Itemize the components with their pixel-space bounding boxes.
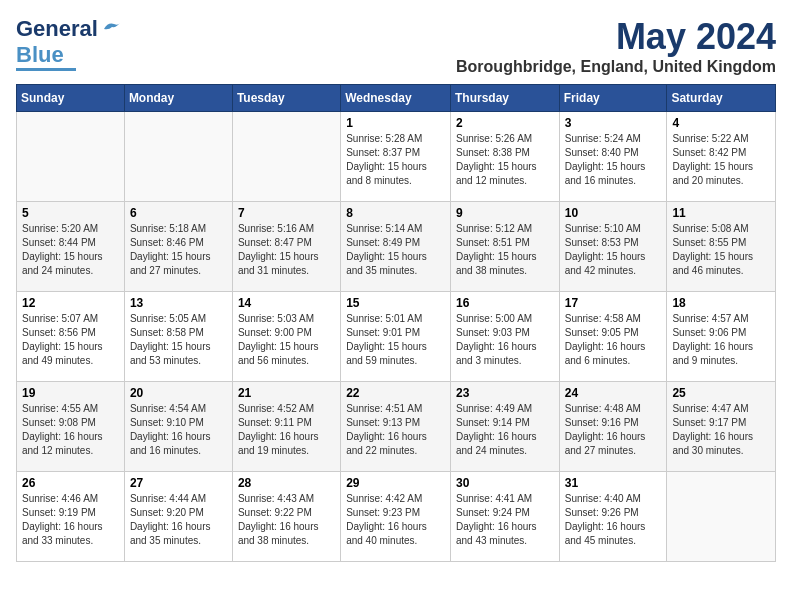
day-number: 23 bbox=[456, 386, 554, 400]
day-info: Sunrise: 5:08 AM Sunset: 8:55 PM Dayligh… bbox=[672, 222, 770, 278]
day-number: 26 bbox=[22, 476, 119, 490]
calendar-cell: 19Sunrise: 4:55 AM Sunset: 9:08 PM Dayli… bbox=[17, 382, 125, 472]
calendar-cell: 22Sunrise: 4:51 AM Sunset: 9:13 PM Dayli… bbox=[341, 382, 451, 472]
title-block: May 2024 Boroughbridge, England, United … bbox=[456, 16, 776, 76]
location-title: Boroughbridge, England, United Kingdom bbox=[456, 58, 776, 76]
calendar-cell: 21Sunrise: 4:52 AM Sunset: 9:11 PM Dayli… bbox=[232, 382, 340, 472]
day-info: Sunrise: 4:46 AM Sunset: 9:19 PM Dayligh… bbox=[22, 492, 119, 548]
calendar-week-row: 19Sunrise: 4:55 AM Sunset: 9:08 PM Dayli… bbox=[17, 382, 776, 472]
calendar-cell bbox=[17, 112, 125, 202]
calendar-cell bbox=[667, 472, 776, 562]
day-info: Sunrise: 5:03 AM Sunset: 9:00 PM Dayligh… bbox=[238, 312, 335, 368]
month-title: May 2024 bbox=[456, 16, 776, 58]
col-sunday: Sunday bbox=[17, 85, 125, 112]
day-info: Sunrise: 4:49 AM Sunset: 9:14 PM Dayligh… bbox=[456, 402, 554, 458]
col-thursday: Thursday bbox=[450, 85, 559, 112]
calendar-cell: 13Sunrise: 5:05 AM Sunset: 8:58 PM Dayli… bbox=[124, 292, 232, 382]
calendar-cell: 28Sunrise: 4:43 AM Sunset: 9:22 PM Dayli… bbox=[232, 472, 340, 562]
day-info: Sunrise: 5:00 AM Sunset: 9:03 PM Dayligh… bbox=[456, 312, 554, 368]
day-info: Sunrise: 4:51 AM Sunset: 9:13 PM Dayligh… bbox=[346, 402, 445, 458]
day-info: Sunrise: 5:10 AM Sunset: 8:53 PM Dayligh… bbox=[565, 222, 662, 278]
calendar-cell: 24Sunrise: 4:48 AM Sunset: 9:16 PM Dayli… bbox=[559, 382, 667, 472]
col-wednesday: Wednesday bbox=[341, 85, 451, 112]
calendar-cell bbox=[232, 112, 340, 202]
day-number: 28 bbox=[238, 476, 335, 490]
calendar-cell: 30Sunrise: 4:41 AM Sunset: 9:24 PM Dayli… bbox=[450, 472, 559, 562]
day-info: Sunrise: 4:40 AM Sunset: 9:26 PM Dayligh… bbox=[565, 492, 662, 548]
day-number: 16 bbox=[456, 296, 554, 310]
calendar-cell: 2Sunrise: 5:26 AM Sunset: 8:38 PM Daylig… bbox=[450, 112, 559, 202]
day-info: Sunrise: 5:07 AM Sunset: 8:56 PM Dayligh… bbox=[22, 312, 119, 368]
day-number: 29 bbox=[346, 476, 445, 490]
day-info: Sunrise: 4:54 AM Sunset: 9:10 PM Dayligh… bbox=[130, 402, 227, 458]
calendar-week-row: 1Sunrise: 5:28 AM Sunset: 8:37 PM Daylig… bbox=[17, 112, 776, 202]
calendar-week-row: 26Sunrise: 4:46 AM Sunset: 9:19 PM Dayli… bbox=[17, 472, 776, 562]
day-number: 18 bbox=[672, 296, 770, 310]
day-number: 24 bbox=[565, 386, 662, 400]
day-info: Sunrise: 4:48 AM Sunset: 9:16 PM Dayligh… bbox=[565, 402, 662, 458]
day-number: 12 bbox=[22, 296, 119, 310]
logo: General Blue bbox=[16, 16, 122, 71]
calendar-cell: 10Sunrise: 5:10 AM Sunset: 8:53 PM Dayli… bbox=[559, 202, 667, 292]
col-monday: Monday bbox=[124, 85, 232, 112]
calendar-cell: 12Sunrise: 5:07 AM Sunset: 8:56 PM Dayli… bbox=[17, 292, 125, 382]
day-info: Sunrise: 5:01 AM Sunset: 9:01 PM Dayligh… bbox=[346, 312, 445, 368]
day-number: 1 bbox=[346, 116, 445, 130]
day-number: 15 bbox=[346, 296, 445, 310]
calendar-cell: 9Sunrise: 5:12 AM Sunset: 8:51 PM Daylig… bbox=[450, 202, 559, 292]
logo-text-general: General bbox=[16, 16, 98, 42]
day-number: 20 bbox=[130, 386, 227, 400]
day-number: 25 bbox=[672, 386, 770, 400]
calendar-week-row: 5Sunrise: 5:20 AM Sunset: 8:44 PM Daylig… bbox=[17, 202, 776, 292]
day-number: 21 bbox=[238, 386, 335, 400]
calendar-week-row: 12Sunrise: 5:07 AM Sunset: 8:56 PM Dayli… bbox=[17, 292, 776, 382]
day-number: 27 bbox=[130, 476, 227, 490]
calendar-cell: 14Sunrise: 5:03 AM Sunset: 9:00 PM Dayli… bbox=[232, 292, 340, 382]
col-saturday: Saturday bbox=[667, 85, 776, 112]
day-number: 5 bbox=[22, 206, 119, 220]
day-number: 30 bbox=[456, 476, 554, 490]
calendar-cell: 25Sunrise: 4:47 AM Sunset: 9:17 PM Dayli… bbox=[667, 382, 776, 472]
day-number: 2 bbox=[456, 116, 554, 130]
calendar-cell: 20Sunrise: 4:54 AM Sunset: 9:10 PM Dayli… bbox=[124, 382, 232, 472]
calendar-cell: 29Sunrise: 4:42 AM Sunset: 9:23 PM Dayli… bbox=[341, 472, 451, 562]
calendar-cell: 1Sunrise: 5:28 AM Sunset: 8:37 PM Daylig… bbox=[341, 112, 451, 202]
calendar-cell: 7Sunrise: 5:16 AM Sunset: 8:47 PM Daylig… bbox=[232, 202, 340, 292]
day-number: 22 bbox=[346, 386, 445, 400]
day-number: 9 bbox=[456, 206, 554, 220]
day-info: Sunrise: 4:41 AM Sunset: 9:24 PM Dayligh… bbox=[456, 492, 554, 548]
calendar-cell: 26Sunrise: 4:46 AM Sunset: 9:19 PM Dayli… bbox=[17, 472, 125, 562]
day-info: Sunrise: 5:14 AM Sunset: 8:49 PM Dayligh… bbox=[346, 222, 445, 278]
day-info: Sunrise: 5:18 AM Sunset: 8:46 PM Dayligh… bbox=[130, 222, 227, 278]
day-info: Sunrise: 5:16 AM Sunset: 8:47 PM Dayligh… bbox=[238, 222, 335, 278]
calendar-cell: 23Sunrise: 4:49 AM Sunset: 9:14 PM Dayli… bbox=[450, 382, 559, 472]
day-number: 10 bbox=[565, 206, 662, 220]
calendar-cell: 5Sunrise: 5:20 AM Sunset: 8:44 PM Daylig… bbox=[17, 202, 125, 292]
calendar-cell: 3Sunrise: 5:24 AM Sunset: 8:40 PM Daylig… bbox=[559, 112, 667, 202]
day-number: 11 bbox=[672, 206, 770, 220]
day-info: Sunrise: 5:22 AM Sunset: 8:42 PM Dayligh… bbox=[672, 132, 770, 188]
logo-underline bbox=[16, 68, 76, 71]
day-number: 8 bbox=[346, 206, 445, 220]
day-number: 31 bbox=[565, 476, 662, 490]
day-number: 3 bbox=[565, 116, 662, 130]
calendar-cell: 11Sunrise: 5:08 AM Sunset: 8:55 PM Dayli… bbox=[667, 202, 776, 292]
day-info: Sunrise: 4:52 AM Sunset: 9:11 PM Dayligh… bbox=[238, 402, 335, 458]
day-info: Sunrise: 4:58 AM Sunset: 9:05 PM Dayligh… bbox=[565, 312, 662, 368]
calendar-cell: 8Sunrise: 5:14 AM Sunset: 8:49 PM Daylig… bbox=[341, 202, 451, 292]
day-info: Sunrise: 5:28 AM Sunset: 8:37 PM Dayligh… bbox=[346, 132, 445, 188]
day-info: Sunrise: 4:44 AM Sunset: 9:20 PM Dayligh… bbox=[130, 492, 227, 548]
calendar-header-row: Sunday Monday Tuesday Wednesday Thursday… bbox=[17, 85, 776, 112]
page-header: General Blue May 2024 Boroughbridge, Eng… bbox=[16, 16, 776, 76]
day-number: 7 bbox=[238, 206, 335, 220]
day-info: Sunrise: 5:24 AM Sunset: 8:40 PM Dayligh… bbox=[565, 132, 662, 188]
calendar-cell: 18Sunrise: 4:57 AM Sunset: 9:06 PM Dayli… bbox=[667, 292, 776, 382]
col-friday: Friday bbox=[559, 85, 667, 112]
day-info: Sunrise: 5:12 AM Sunset: 8:51 PM Dayligh… bbox=[456, 222, 554, 278]
calendar-cell: 6Sunrise: 5:18 AM Sunset: 8:46 PM Daylig… bbox=[124, 202, 232, 292]
calendar-cell: 16Sunrise: 5:00 AM Sunset: 9:03 PM Dayli… bbox=[450, 292, 559, 382]
calendar-cell: 31Sunrise: 4:40 AM Sunset: 9:26 PM Dayli… bbox=[559, 472, 667, 562]
day-info: Sunrise: 5:26 AM Sunset: 8:38 PM Dayligh… bbox=[456, 132, 554, 188]
day-number: 19 bbox=[22, 386, 119, 400]
day-number: 4 bbox=[672, 116, 770, 130]
